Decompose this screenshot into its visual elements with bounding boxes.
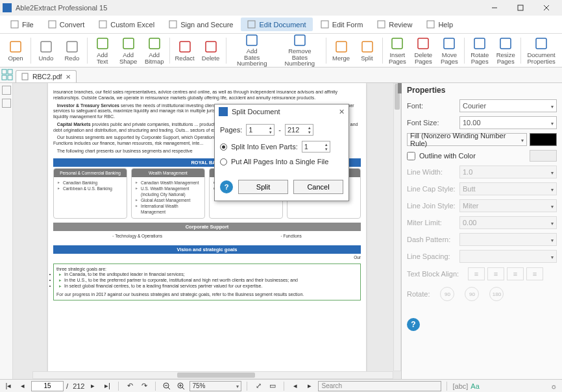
rotate-90-cw-button[interactable]: 90 <box>465 287 479 301</box>
align-left-button[interactable]: ≡ <box>468 267 485 280</box>
split-button[interactable]: Split <box>238 180 288 194</box>
fit-width-button[interactable]: ⤢ <box>252 381 264 391</box>
redact-button[interactable]: Redact <box>172 35 198 66</box>
minimize-button[interactable] <box>482 0 507 16</box>
dialog-icon <box>219 107 228 116</box>
menu-custom-excel[interactable]: Custom Excel <box>92 18 161 31</box>
left-gutter <box>0 83 13 379</box>
svg-rect-34 <box>22 73 28 80</box>
pages-to-input[interactable]: 212▴▾ <box>285 124 313 136</box>
theme-button[interactable]: ☼ <box>548 381 559 391</box>
rotate-90-ccw-button[interactable]: 90 <box>440 287 454 301</box>
align-justify-button[interactable]: ≡ <box>526 267 543 280</box>
bates-remove-button[interactable]: RemoveBates Numbering <box>276 35 324 66</box>
bates-add-button[interactable]: AddBates Numbering <box>228 35 276 66</box>
rotate-ccw-button[interactable]: ↶ <box>124 381 136 391</box>
maximize-button[interactable] <box>507 0 533 16</box>
insert-pages-button[interactable]: InsertPages <box>384 35 410 66</box>
font-select[interactable]: Courier <box>459 99 557 112</box>
match-case-icon[interactable]: Aa <box>470 382 479 390</box>
delete-icon <box>204 40 218 54</box>
add-bitmap-icon <box>147 36 162 51</box>
add-bitmap-button[interactable]: AddBitmap <box>141 35 167 66</box>
match-word-icon[interactable]: [abc] <box>452 382 468 390</box>
redo-button[interactable]: Redo <box>59 35 85 66</box>
search-prev-button[interactable]: ◂ <box>289 381 301 391</box>
zoom-in-button[interactable] <box>175 381 187 391</box>
merge-button[interactable]: Merge <box>328 35 354 66</box>
add-shape-button[interactable]: AddShape <box>116 35 141 66</box>
panel-splitter-icon[interactable] <box>398 83 402 93</box>
close-button[interactable] <box>533 0 559 16</box>
svg-rect-7 <box>169 21 177 28</box>
split-button[interactable]: Split <box>354 35 380 66</box>
search-input[interactable]: Search <box>318 381 441 391</box>
rotate-180-button[interactable]: 180 <box>489 287 504 301</box>
rotate-pages-button[interactable]: RotatePages <box>467 35 493 66</box>
add-shape-icon <box>121 36 136 51</box>
move-pages-button[interactable]: MovePages <box>436 35 462 66</box>
zoom-out-button[interactable] <box>161 381 173 391</box>
resize-pages-icon <box>498 36 513 51</box>
svg-rect-29 <box>536 38 546 49</box>
split-even-radio[interactable] <box>220 143 227 151</box>
dialog-title: Split Document <box>232 108 280 116</box>
app-title: Able2Extract Professional 15 <box>16 4 482 12</box>
zoom-select[interactable]: 75% <box>189 381 241 391</box>
menu-convert[interactable]: Convert <box>42 18 92 31</box>
dialog-titlebar[interactable]: Split Document ✕ <box>215 104 348 119</box>
resize-pages-button[interactable]: ResizePages <box>493 35 519 66</box>
search-next-button[interactable]: ▸ <box>304 381 315 391</box>
page-number-input[interactable] <box>31 381 64 391</box>
fit-page-button[interactable]: ▭ <box>267 381 278 391</box>
rotate-cw-button[interactable]: ↷ <box>138 381 150 391</box>
dialog-help-button[interactable]: ? <box>220 180 233 193</box>
align-center-button[interactable]: ≡ <box>487 267 504 280</box>
svg-rect-10 <box>378 21 385 28</box>
svg-line-39 <box>182 387 184 389</box>
open-icon <box>8 40 23 54</box>
align-right-button[interactable]: ≡ <box>507 267 524 280</box>
outline-color-swatch[interactable] <box>530 150 557 162</box>
doc-props-button[interactable]: DocumentProperties <box>523 35 559 66</box>
menu-sign-and-secure[interactable]: Sign and Secure <box>162 18 239 31</box>
file-tab[interactable]: RBC2.pdf ✕ <box>16 70 77 82</box>
svg-rect-18 <box>180 42 190 52</box>
panel-grid-icon[interactable] <box>1 69 13 80</box>
add-text-button[interactable]: AddText <box>90 35 116 66</box>
pages-from-input[interactable]: 1▴▾ <box>246 124 275 136</box>
undo-icon <box>39 40 53 54</box>
delete-pages-button[interactable]: DeletePages <box>410 35 436 66</box>
gutter-button-2[interactable] <box>2 99 11 108</box>
outline-checkbox[interactable] <box>407 152 415 160</box>
undo-button[interactable]: Undo <box>33 35 59 66</box>
even-parts-input[interactable]: 1▴▾ <box>302 141 330 153</box>
support-row: Technology & OperationsFunctions <box>53 232 361 241</box>
properties-help-button[interactable]: ? <box>407 318 420 331</box>
last-page-button[interactable]: ▸| <box>101 381 113 391</box>
menu-edit-form[interactable]: Edit Form <box>314 18 370 31</box>
menu-review[interactable]: Review <box>371 18 419 31</box>
line-spacing-input <box>459 250 557 263</box>
first-page-button[interactable]: |◂ <box>3 381 14 391</box>
prev-page-button[interactable]: ◂ <box>17 381 29 391</box>
open-button[interactable]: Open <box>3 35 29 66</box>
gutter-button-1[interactable] <box>2 86 11 95</box>
menu-help[interactable]: Help <box>420 18 459 31</box>
font-size-input[interactable]: 10.00 <box>459 116 557 129</box>
single-file-radio[interactable] <box>220 158 227 165</box>
menu-edit-document[interactable]: Edit Document <box>241 18 312 31</box>
next-page-button[interactable]: ▸ <box>87 381 99 391</box>
doc-scrollbar-horizontal[interactable] <box>32 371 393 379</box>
properties-panel: Properties Font:Courier Font Size:10.00 … <box>401 83 562 379</box>
doc-scrollbar-vertical[interactable] <box>393 83 401 371</box>
fill-color-swatch[interactable] <box>530 133 557 146</box>
doc-props-icon <box>534 36 548 51</box>
svg-rect-20 <box>247 35 257 45</box>
cancel-button[interactable]: Cancel <box>293 180 343 194</box>
delete-button[interactable]: Delete <box>198 35 224 66</box>
dialog-close-icon[interactable]: ✕ <box>339 108 345 116</box>
menu-file[interactable]: File <box>4 18 40 31</box>
fill-rule-select[interactable]: Fill (Nonzero Winding Number Rule) <box>407 133 527 146</box>
tab-close-icon[interactable]: ✕ <box>66 73 71 80</box>
